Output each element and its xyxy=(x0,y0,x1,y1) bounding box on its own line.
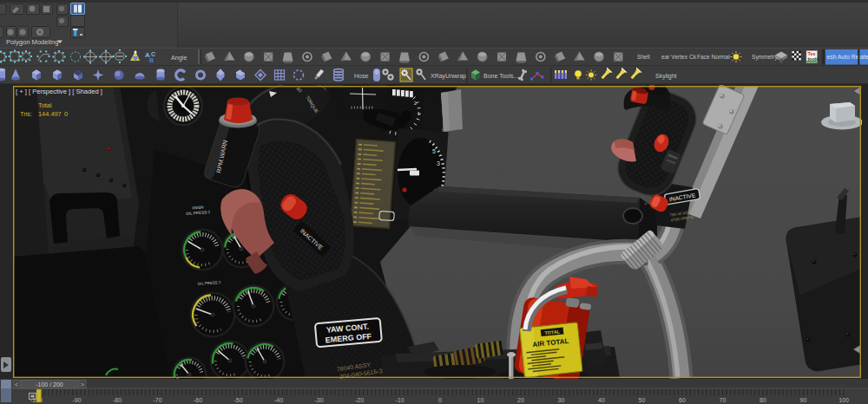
svg-text:60: 60 xyxy=(679,397,686,403)
svg-text:80: 80 xyxy=(760,397,766,403)
svg-text:C: C xyxy=(151,51,155,57)
svg-text:5: 5 xyxy=(432,148,436,154)
svg-text:40: 40 xyxy=(598,397,605,403)
svg-text:-40: -40 xyxy=(274,397,283,403)
svg-text:>: > xyxy=(81,381,84,388)
svg-text:0: 0 xyxy=(438,397,442,403)
svg-text:ear Vertex Ck: ear Vertex Ck xyxy=(661,54,697,60)
svg-text:10: 10 xyxy=(477,397,484,403)
svg-text:ate: ate xyxy=(860,54,868,60)
svg-text:XMSN: XMSN xyxy=(192,205,204,211)
svg-text:-60: -60 xyxy=(194,397,202,403)
svg-text:-10: -10 xyxy=(395,397,404,403)
svg-text:Hose: Hose xyxy=(354,73,368,79)
svg-text:[ + ] [ Perspective ] [ Shaded: [ + ] [ Perspective ] [ Shaded ] xyxy=(16,88,102,95)
svg-text:Tris:: Tris: xyxy=(20,110,32,118)
svg-text:Total: Total xyxy=(38,101,52,109)
svg-text:70: 70 xyxy=(720,397,727,403)
svg-text:-70: -70 xyxy=(153,397,161,403)
svg-text:3: 3 xyxy=(437,160,440,166)
svg-text:-30: -30 xyxy=(314,397,323,403)
svg-text:Shell: Shell xyxy=(637,54,650,60)
svg-text:50: 50 xyxy=(639,397,646,403)
svg-text:-50: -50 xyxy=(233,397,242,403)
svg-text:esh Auto Rep: esh Auto Rep xyxy=(827,54,863,61)
svg-text:tools: tools xyxy=(808,56,819,62)
svg-text:-100 / 200: -100 / 200 xyxy=(36,381,63,388)
svg-text:<: < xyxy=(15,381,18,388)
svg-text:Bone Tools...: Bone Tools... xyxy=(483,73,518,79)
svg-text:90: 90 xyxy=(800,397,807,403)
svg-text:-20: -20 xyxy=(355,397,364,403)
svg-text:0: 0 xyxy=(64,110,68,118)
svg-text:1: 1 xyxy=(418,111,420,116)
svg-text:Skylight: Skylight xyxy=(655,73,677,80)
svg-text:-80: -80 xyxy=(113,397,122,403)
svg-text:Symmetry: Symmetry xyxy=(752,54,778,61)
svg-text:XRayUnwrap: XRayUnwrap xyxy=(431,73,466,80)
svg-text:Angle: Angle xyxy=(171,54,187,62)
svg-text:100: 100 xyxy=(838,397,849,403)
svg-text:30: 30 xyxy=(558,397,565,403)
svg-text:B: B xyxy=(149,57,154,63)
svg-text:144.497: 144.497 xyxy=(38,110,62,118)
svg-text:Face Normal: Face Normal xyxy=(697,54,730,60)
svg-text:Polygon Modeling: Polygon Modeling xyxy=(6,38,58,46)
svg-text:20: 20 xyxy=(517,397,524,403)
svg-text:-90: -90 xyxy=(72,397,81,403)
svg-text:2: 2 xyxy=(414,101,417,106)
